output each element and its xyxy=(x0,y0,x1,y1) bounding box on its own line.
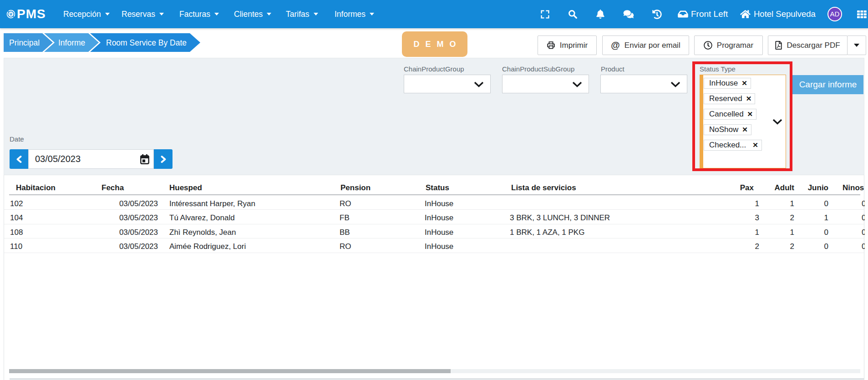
svg-text:Informe: Informe xyxy=(58,38,85,47)
svg-text:Room Service By Date: Room Service By Date xyxy=(106,38,187,47)
svg-text:Principal: Principal xyxy=(9,38,40,47)
